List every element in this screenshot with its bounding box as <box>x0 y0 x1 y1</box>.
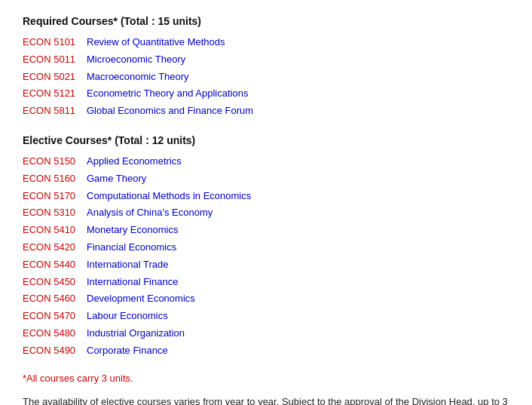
course-code: ECON 5811 <box>23 103 87 119</box>
required-title: Required Courses* (Total : 15 units) <box>23 15 509 27</box>
table-row: ECON 5170Computational Methods in Econom… <box>23 189 509 204</box>
course-name: Game Theory <box>87 171 146 187</box>
table-row: ECON 5021Macroeconomic Theory <box>23 69 509 85</box>
course-name: International Trade <box>87 257 168 273</box>
course-name: Labour Economics <box>87 308 168 324</box>
table-row: ECON 5310Analysis of China's Economy <box>23 205 509 221</box>
table-row: ECON 5420Financial Economics <box>23 240 509 256</box>
table-row: ECON 5160Game Theory <box>23 171 509 187</box>
course-code: ECON 5150 <box>23 154 87 170</box>
course-name: Applied Econometrics <box>87 154 182 170</box>
course-name: Macroeconomic Theory <box>87 69 189 85</box>
table-row: ECON 5450International Finance <box>23 275 509 290</box>
course-code: ECON 5170 <box>23 189 87 204</box>
course-name: Analysis of China's Economy <box>87 205 212 221</box>
course-code: ECON 5480 <box>23 326 87 342</box>
course-code: ECON 5160 <box>23 171 87 187</box>
course-name: Industrial Organization <box>87 326 185 342</box>
course-code: ECON 5021 <box>23 69 87 85</box>
course-name: Global Economics and Finance Forum <box>87 103 253 119</box>
table-row: ECON 5490Corporate Finance <box>23 343 509 359</box>
course-code: ECON 5490 <box>23 343 87 359</box>
course-name: Computational Methods in Economics <box>87 189 251 204</box>
table-row: ECON 5011Microeconomic Theory <box>23 52 509 68</box>
course-name: Microeconomic Theory <box>87 52 185 68</box>
elective-title: Elective Courses* (Total : 12 units) <box>23 134 509 146</box>
description: The availability of elective courses var… <box>23 394 509 405</box>
course-code: ECON 5121 <box>23 86 87 102</box>
course-name: Development Economics <box>87 291 195 307</box>
course-code: ECON 5420 <box>23 240 87 256</box>
table-row: ECON 5121Econometric Theory and Applicat… <box>23 86 509 102</box>
course-name: Review of Quantitative Methods <box>87 35 225 51</box>
course-code: ECON 5011 <box>23 52 87 68</box>
table-row: ECON 5460Development Economics <box>23 291 509 307</box>
course-name: Financial Economics <box>87 240 176 256</box>
table-row: ECON 5480Industrial Organization <box>23 326 509 342</box>
course-name: International Finance <box>87 275 178 290</box>
required-section: Required Courses* (Total : 15 units) ECO… <box>23 15 509 119</box>
course-code: ECON 5460 <box>23 291 87 307</box>
footnote: *All courses carry 3 units. <box>23 373 509 384</box>
table-row: ECON 5150Applied Econometrics <box>23 154 509 170</box>
course-code: ECON 5440 <box>23 257 87 273</box>
course-name: Econometric Theory and Applications <box>87 86 248 102</box>
required-course-list: ECON 5101Review of Quantitative MethodsE… <box>23 35 509 119</box>
elective-section: Elective Courses* (Total : 12 units) ECO… <box>23 134 509 359</box>
table-row: ECON 5811Global Economics and Finance Fo… <box>23 103 509 119</box>
course-code: ECON 5101 <box>23 35 87 51</box>
course-code: ECON 5450 <box>23 275 87 290</box>
course-name: Corporate Finance <box>87 343 168 359</box>
table-row: ECON 5101Review of Quantitative Methods <box>23 35 509 51</box>
table-row: ECON 5440International Trade <box>23 257 509 273</box>
elective-course-list: ECON 5150Applied EconometricsECON 5160Ga… <box>23 154 509 359</box>
course-code: ECON 5310 <box>23 205 87 221</box>
course-code: ECON 5410 <box>23 222 87 238</box>
table-row: ECON 5410Monetary Economics <box>23 222 509 238</box>
table-row: ECON 5470Labour Economics <box>23 308 509 324</box>
course-code: ECON 5470 <box>23 308 87 324</box>
course-name: Monetary Economics <box>87 222 178 238</box>
